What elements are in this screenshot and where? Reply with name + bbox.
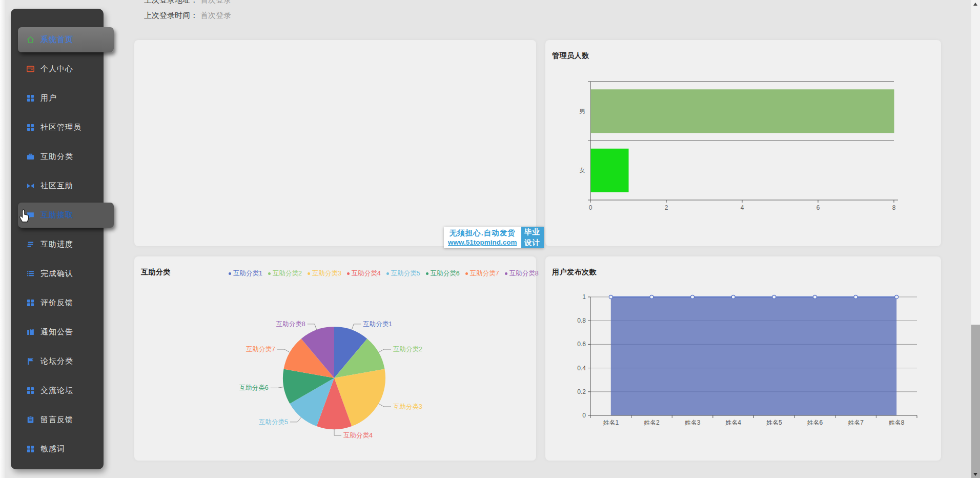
watermark-text-block: 无须担心.自动发货 www.51topmind.com bbox=[444, 227, 521, 248]
pie-label-6: 互助分类6 bbox=[239, 384, 269, 391]
pie-label-5: 互助分类5 bbox=[259, 419, 288, 426]
data-point-6 bbox=[813, 295, 816, 299]
pie-label-4: 互助分类4 bbox=[343, 432, 373, 439]
data-point-5 bbox=[772, 295, 776, 299]
svg-text:0.8: 0.8 bbox=[577, 317, 586, 324]
watermark-url: www.51topmind.com bbox=[448, 238, 517, 246]
sidebar-item-label: 交流论坛 bbox=[40, 386, 73, 395]
admin-gender-bar-chart: 02468男女 bbox=[545, 40, 941, 246]
sidebar-item-label: 留言反馈 bbox=[40, 415, 73, 425]
svg-text:姓名2: 姓名2 bbox=[644, 419, 660, 426]
last-login-address-value: 首次登录 bbox=[200, 0, 231, 4]
svg-text:姓名8: 姓名8 bbox=[889, 419, 905, 426]
watermark-slogan: 无须担心.自动发货 bbox=[448, 228, 517, 238]
svg-text:4: 4 bbox=[741, 204, 744, 211]
pie-label-1: 互助分类1 bbox=[363, 321, 392, 328]
svg-text:0: 0 bbox=[589, 204, 593, 211]
grid-icon bbox=[26, 123, 35, 132]
bar-女 bbox=[591, 149, 629, 192]
svg-text:2: 2 bbox=[665, 204, 668, 211]
sidebar-item-label: 通知公告 bbox=[40, 327, 73, 337]
sidebar-item-label: 完成确认 bbox=[40, 269, 73, 278]
svg-text:1: 1 bbox=[582, 293, 586, 301]
sidebar-item-label: 个人中心 bbox=[40, 64, 73, 74]
pie-label-2: 互助分类2 bbox=[393, 346, 422, 353]
scrollbar-track[interactable] bbox=[971, 0, 980, 478]
mouse-cursor bbox=[17, 208, 31, 225]
briefcase-icon bbox=[26, 152, 35, 161]
sidebar-item-label: 系统首页 bbox=[40, 35, 73, 45]
user-posts-area-chart: 00.20.40.60.81姓名1姓名2姓名3姓名4姓名5姓名6姓名7姓名8 bbox=[545, 256, 941, 461]
area-fill bbox=[611, 297, 896, 415]
card-admin-count: 管理员人数 02468男女 bbox=[545, 40, 941, 246]
watermark-stamp: 毕业 设计 bbox=[521, 227, 544, 248]
last-login-time-value: 首次登录 bbox=[200, 11, 231, 19]
sidebar-item-label: 社区管理员 bbox=[40, 123, 81, 132]
scrollbar-thumb[interactable] bbox=[971, 0, 980, 325]
grid-icon bbox=[26, 298, 35, 307]
grid-icon bbox=[26, 445, 35, 453]
main-content: 上次登录地址：首次登录 上次登录时间：首次登录 管理员人数 02468男女 互助… bbox=[0, 0, 980, 478]
data-point-8 bbox=[895, 295, 899, 299]
sidebar-item-label: 互助进度 bbox=[40, 240, 73, 249]
idcard-icon bbox=[26, 65, 35, 73]
svg-text:0.6: 0.6 bbox=[577, 341, 586, 348]
svg-text:姓名7: 姓名7 bbox=[848, 419, 864, 426]
last-login-time-line: 上次登录时间：首次登录 bbox=[144, 11, 231, 21]
last-login-time-label: 上次登录时间： bbox=[144, 11, 198, 19]
data-point-1 bbox=[609, 295, 612, 299]
grid-icon bbox=[26, 386, 35, 395]
watermark-stamp-line2: 设计 bbox=[524, 237, 540, 248]
checklist-icon bbox=[26, 269, 35, 278]
pie-label-8: 互助分类8 bbox=[276, 321, 305, 328]
bowtie-icon bbox=[26, 182, 35, 190]
svg-text:8: 8 bbox=[892, 204, 896, 211]
progress-icon bbox=[26, 240, 35, 249]
svg-text:姓名1: 姓名1 bbox=[603, 419, 619, 426]
help-categories-pie-chart: 互助分类1互助分类2互助分类3互助分类4互助分类5互助分类6互助分类7互助分类8 bbox=[134, 256, 536, 461]
sidebar-item-label: 评价反馈 bbox=[40, 298, 73, 308]
svg-text:0: 0 bbox=[582, 412, 586, 419]
scroll-down-button[interactable] bbox=[973, 473, 977, 476]
grid-icon bbox=[26, 94, 35, 103]
app-window: 系统首页个人中心用户社区管理员互助分类社区互助互助接取互助进度完成确认评价反馈通… bbox=[0, 0, 980, 478]
card-help-categories: 互助分类 互助分类1互助分类2互助分类3互助分类4互助分类5互助分类6互助分类7… bbox=[134, 256, 536, 461]
svg-text:男: 男 bbox=[579, 108, 585, 115]
svg-text:姓名6: 姓名6 bbox=[807, 419, 823, 426]
svg-text:6: 6 bbox=[816, 204, 820, 211]
watermark-stamp-line1: 毕业 bbox=[524, 227, 540, 237]
pie-label-3: 互助分类3 bbox=[393, 403, 422, 410]
sidebar-item-label: 用户 bbox=[40, 93, 57, 103]
svg-text:姓名5: 姓名5 bbox=[766, 419, 782, 426]
svg-text:0.2: 0.2 bbox=[577, 388, 586, 395]
last-login-address-label: 上次登录地址： bbox=[144, 0, 198, 4]
svg-text:姓名3: 姓名3 bbox=[685, 419, 701, 426]
sidebar-item-label: 互助接取 bbox=[40, 210, 73, 220]
bar-男 bbox=[591, 89, 894, 133]
data-point-2 bbox=[650, 295, 654, 299]
sidebar-item-label: 互助分类 bbox=[40, 152, 73, 162]
card-user-posts: 用户发布次数 00.20.40.60.81姓名1姓名2姓名3姓名4姓名5姓名6姓… bbox=[545, 256, 941, 461]
last-login-address-line: 上次登录地址：首次登录 bbox=[144, 0, 231, 5]
data-point-7 bbox=[854, 295, 858, 299]
watermark-badge: 无须担心.自动发货 www.51topmind.com 毕业 设计 bbox=[444, 227, 544, 248]
pie-label-7: 互助分类7 bbox=[246, 346, 275, 353]
data-point-4 bbox=[731, 295, 735, 299]
book-icon bbox=[26, 328, 35, 336]
card-empty-panel bbox=[134, 40, 536, 246]
svg-text:0.4: 0.4 bbox=[577, 365, 586, 372]
sidebar-item-label: 论坛分类 bbox=[40, 356, 73, 366]
data-point-3 bbox=[691, 295, 695, 299]
clipboard-icon bbox=[26, 415, 35, 424]
sidebar-item-label: 社区互助 bbox=[40, 181, 73, 191]
home-icon bbox=[26, 35, 35, 44]
svg-text:姓名4: 姓名4 bbox=[725, 419, 741, 426]
flag-icon bbox=[26, 357, 35, 366]
scroll-up-button[interactable] bbox=[973, 3, 977, 6]
sidebar-item-label: 敏感词 bbox=[40, 444, 65, 454]
svg-text:女: 女 bbox=[579, 167, 585, 174]
